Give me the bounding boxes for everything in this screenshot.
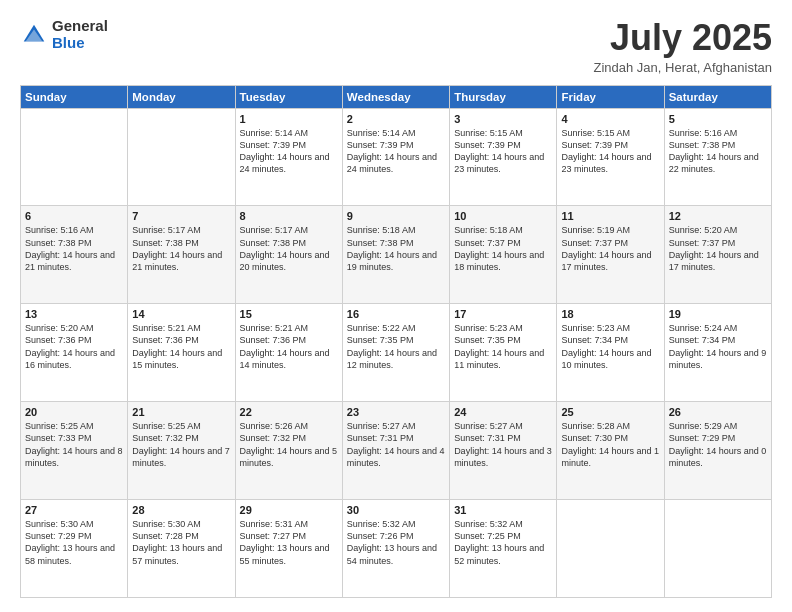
cell-1-7: 5Sunrise: 5:16 AMSunset: 7:38 PMDaylight… (664, 108, 771, 206)
month-title: July 2025 (593, 18, 772, 58)
day-number: 8 (240, 210, 338, 222)
cell-4-5: 24Sunrise: 5:27 AMSunset: 7:31 PMDayligh… (450, 402, 557, 500)
day-number: 12 (669, 210, 767, 222)
cell-4-3: 22Sunrise: 5:26 AMSunset: 7:32 PMDayligh… (235, 402, 342, 500)
cell-info: Sunrise: 5:17 AMSunset: 7:38 PMDaylight:… (240, 224, 338, 273)
col-tuesday: Tuesday (235, 85, 342, 108)
day-number: 25 (561, 406, 659, 418)
day-number: 11 (561, 210, 659, 222)
cell-info: Sunrise: 5:14 AMSunset: 7:39 PMDaylight:… (240, 127, 338, 176)
cell-info: Sunrise: 5:21 AMSunset: 7:36 PMDaylight:… (132, 322, 230, 371)
cell-info: Sunrise: 5:17 AMSunset: 7:38 PMDaylight:… (132, 224, 230, 273)
cell-2-3: 8Sunrise: 5:17 AMSunset: 7:38 PMDaylight… (235, 206, 342, 304)
day-number: 27 (25, 504, 123, 516)
cell-info: Sunrise: 5:23 AMSunset: 7:34 PMDaylight:… (561, 322, 659, 371)
cell-3-6: 18Sunrise: 5:23 AMSunset: 7:34 PMDayligh… (557, 304, 664, 402)
cell-info: Sunrise: 5:21 AMSunset: 7:36 PMDaylight:… (240, 322, 338, 371)
logo-general: General (52, 18, 108, 35)
col-thursday: Thursday (450, 85, 557, 108)
cell-info: Sunrise: 5:14 AMSunset: 7:39 PMDaylight:… (347, 127, 445, 176)
week-row-1: 1Sunrise: 5:14 AMSunset: 7:39 PMDaylight… (21, 108, 772, 206)
cell-1-1 (21, 108, 128, 206)
day-number: 2 (347, 113, 445, 125)
cell-info: Sunrise: 5:27 AMSunset: 7:31 PMDaylight:… (454, 420, 552, 469)
cell-1-4: 2Sunrise: 5:14 AMSunset: 7:39 PMDaylight… (342, 108, 449, 206)
cell-info: Sunrise: 5:24 AMSunset: 7:34 PMDaylight:… (669, 322, 767, 371)
cell-1-6: 4Sunrise: 5:15 AMSunset: 7:39 PMDaylight… (557, 108, 664, 206)
cell-info: Sunrise: 5:29 AMSunset: 7:29 PMDaylight:… (669, 420, 767, 469)
title-block: July 2025 Zindah Jan, Herat, Afghanistan (593, 18, 772, 75)
cell-info: Sunrise: 5:20 AMSunset: 7:37 PMDaylight:… (669, 224, 767, 273)
cell-3-7: 19Sunrise: 5:24 AMSunset: 7:34 PMDayligh… (664, 304, 771, 402)
week-row-5: 27Sunrise: 5:30 AMSunset: 7:29 PMDayligh… (21, 500, 772, 598)
col-monday: Monday (128, 85, 235, 108)
logo: General Blue (20, 18, 108, 51)
day-number: 1 (240, 113, 338, 125)
day-number: 9 (347, 210, 445, 222)
cell-info: Sunrise: 5:20 AMSunset: 7:36 PMDaylight:… (25, 322, 123, 371)
cell-1-2 (128, 108, 235, 206)
cell-4-2: 21Sunrise: 5:25 AMSunset: 7:32 PMDayligh… (128, 402, 235, 500)
col-saturday: Saturday (664, 85, 771, 108)
cell-info: Sunrise: 5:26 AMSunset: 7:32 PMDaylight:… (240, 420, 338, 469)
day-number: 30 (347, 504, 445, 516)
col-wednesday: Wednesday (342, 85, 449, 108)
day-number: 20 (25, 406, 123, 418)
cell-1-5: 3Sunrise: 5:15 AMSunset: 7:39 PMDaylight… (450, 108, 557, 206)
cell-info: Sunrise: 5:31 AMSunset: 7:27 PMDaylight:… (240, 518, 338, 567)
cell-info: Sunrise: 5:19 AMSunset: 7:37 PMDaylight:… (561, 224, 659, 273)
day-number: 23 (347, 406, 445, 418)
header: General Blue July 2025 Zindah Jan, Herat… (20, 18, 772, 75)
day-number: 18 (561, 308, 659, 320)
cell-3-3: 15Sunrise: 5:21 AMSunset: 7:36 PMDayligh… (235, 304, 342, 402)
cell-5-6 (557, 500, 664, 598)
cell-3-1: 13Sunrise: 5:20 AMSunset: 7:36 PMDayligh… (21, 304, 128, 402)
cell-1-3: 1Sunrise: 5:14 AMSunset: 7:39 PMDaylight… (235, 108, 342, 206)
location: Zindah Jan, Herat, Afghanistan (593, 60, 772, 75)
cell-4-7: 26Sunrise: 5:29 AMSunset: 7:29 PMDayligh… (664, 402, 771, 500)
day-number: 31 (454, 504, 552, 516)
logo-blue: Blue (52, 35, 108, 52)
day-number: 15 (240, 308, 338, 320)
col-sunday: Sunday (21, 85, 128, 108)
cell-info: Sunrise: 5:30 AMSunset: 7:28 PMDaylight:… (132, 518, 230, 567)
cell-info: Sunrise: 5:16 AMSunset: 7:38 PMDaylight:… (25, 224, 123, 273)
cell-info: Sunrise: 5:22 AMSunset: 7:35 PMDaylight:… (347, 322, 445, 371)
cell-info: Sunrise: 5:30 AMSunset: 7:29 PMDaylight:… (25, 518, 123, 567)
day-number: 10 (454, 210, 552, 222)
cell-3-4: 16Sunrise: 5:22 AMSunset: 7:35 PMDayligh… (342, 304, 449, 402)
cell-info: Sunrise: 5:18 AMSunset: 7:38 PMDaylight:… (347, 224, 445, 273)
cell-5-5: 31Sunrise: 5:32 AMSunset: 7:25 PMDayligh… (450, 500, 557, 598)
cell-info: Sunrise: 5:32 AMSunset: 7:25 PMDaylight:… (454, 518, 552, 567)
cell-4-4: 23Sunrise: 5:27 AMSunset: 7:31 PMDayligh… (342, 402, 449, 500)
day-number: 6 (25, 210, 123, 222)
day-number: 14 (132, 308, 230, 320)
day-number: 17 (454, 308, 552, 320)
cell-4-1: 20Sunrise: 5:25 AMSunset: 7:33 PMDayligh… (21, 402, 128, 500)
cell-5-4: 30Sunrise: 5:32 AMSunset: 7:26 PMDayligh… (342, 500, 449, 598)
week-row-3: 13Sunrise: 5:20 AMSunset: 7:36 PMDayligh… (21, 304, 772, 402)
day-number: 22 (240, 406, 338, 418)
day-number: 21 (132, 406, 230, 418)
cell-info: Sunrise: 5:28 AMSunset: 7:30 PMDaylight:… (561, 420, 659, 469)
cell-5-7 (664, 500, 771, 598)
cell-5-3: 29Sunrise: 5:31 AMSunset: 7:27 PMDayligh… (235, 500, 342, 598)
page: General Blue July 2025 Zindah Jan, Herat… (0, 0, 792, 612)
cell-info: Sunrise: 5:15 AMSunset: 7:39 PMDaylight:… (454, 127, 552, 176)
day-number: 7 (132, 210, 230, 222)
day-number: 4 (561, 113, 659, 125)
logo-text: General Blue (52, 18, 108, 51)
cell-info: Sunrise: 5:27 AMSunset: 7:31 PMDaylight:… (347, 420, 445, 469)
day-number: 5 (669, 113, 767, 125)
cell-4-6: 25Sunrise: 5:28 AMSunset: 7:30 PMDayligh… (557, 402, 664, 500)
day-number: 19 (669, 308, 767, 320)
cell-info: Sunrise: 5:25 AMSunset: 7:32 PMDaylight:… (132, 420, 230, 469)
cell-2-5: 10Sunrise: 5:18 AMSunset: 7:37 PMDayligh… (450, 206, 557, 304)
cell-2-7: 12Sunrise: 5:20 AMSunset: 7:37 PMDayligh… (664, 206, 771, 304)
cell-2-2: 7Sunrise: 5:17 AMSunset: 7:38 PMDaylight… (128, 206, 235, 304)
day-number: 29 (240, 504, 338, 516)
cell-3-5: 17Sunrise: 5:23 AMSunset: 7:35 PMDayligh… (450, 304, 557, 402)
cell-info: Sunrise: 5:25 AMSunset: 7:33 PMDaylight:… (25, 420, 123, 469)
day-number: 28 (132, 504, 230, 516)
cell-info: Sunrise: 5:16 AMSunset: 7:38 PMDaylight:… (669, 127, 767, 176)
